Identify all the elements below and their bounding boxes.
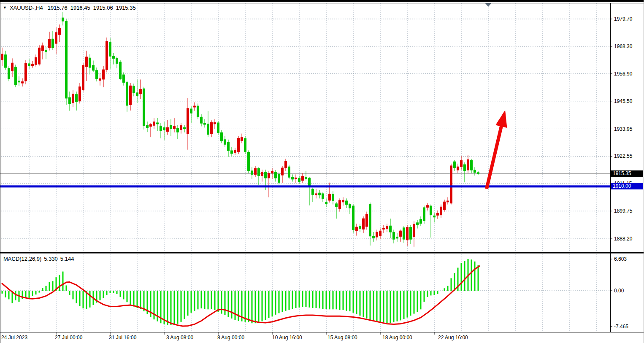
candle-body[interactable] xyxy=(136,93,138,96)
candle-body[interactable] xyxy=(123,75,125,82)
candle-body[interactable] xyxy=(150,124,152,127)
candle-body[interactable] xyxy=(393,232,395,239)
time-axis-label[interactable]: 27 Jul 00:00 xyxy=(55,335,83,340)
candle-body[interactable] xyxy=(170,125,172,129)
candle-body[interactable] xyxy=(373,236,375,238)
time-axis-label[interactable]: 24 Jul 2023 xyxy=(1,335,27,340)
horizontal-line-price-badge[interactable]: 1910.00 xyxy=(611,183,643,189)
candle-body[interactable] xyxy=(62,18,64,21)
candle-body[interactable] xyxy=(224,140,226,144)
macd-axis-label[interactable]: -7.465 xyxy=(614,324,628,329)
time-axis-label[interactable]: 22 Aug 16:00 xyxy=(438,335,468,340)
candle-body[interactable] xyxy=(119,62,122,79)
candle-body[interactable] xyxy=(457,167,459,170)
candle-body[interactable] xyxy=(430,206,432,215)
candle-body[interactable] xyxy=(366,214,368,227)
candle-body[interactable] xyxy=(251,171,253,175)
price-axis-label[interactable]: 1945.50 xyxy=(614,98,633,104)
candle-body[interactable] xyxy=(180,125,182,130)
candle-body[interactable] xyxy=(268,173,270,178)
candle-body[interactable] xyxy=(79,87,81,101)
candle-body[interactable] xyxy=(359,226,361,229)
candle-body[interactable] xyxy=(197,106,199,117)
candle-body[interactable] xyxy=(157,123,159,124)
candle-body[interactable] xyxy=(163,127,165,130)
candle-body[interactable] xyxy=(383,228,385,229)
candle-body[interactable] xyxy=(410,227,412,239)
time-axis-label[interactable]: 3 Aug 08:00 xyxy=(166,335,193,340)
candle-body[interactable] xyxy=(52,39,54,48)
time-axis-label[interactable]: 10 Aug 16:00 xyxy=(272,335,302,340)
candle-body[interactable] xyxy=(254,168,257,174)
candle-body[interactable] xyxy=(42,46,44,51)
candle-body[interactable] xyxy=(396,237,398,238)
candle-body[interactable] xyxy=(471,160,473,170)
candle-body[interactable] xyxy=(339,200,341,209)
candle-body[interactable] xyxy=(322,194,324,199)
candle-body[interactable] xyxy=(38,48,41,64)
candle-body[interactable] xyxy=(146,125,149,128)
candle-body[interactable] xyxy=(244,138,246,152)
candle-body[interactable] xyxy=(261,172,263,176)
candle-body[interactable] xyxy=(275,172,277,178)
price-axis-label[interactable]: 1888.20 xyxy=(614,236,633,242)
candle-body[interactable] xyxy=(69,97,71,103)
candle-body[interactable] xyxy=(447,201,449,202)
macd-axis-label[interactable]: 6.603 xyxy=(614,256,627,262)
candle-body[interactable] xyxy=(325,202,327,204)
candle-body[interactable] xyxy=(403,228,405,239)
candle-body[interactable] xyxy=(22,82,24,83)
candle-body[interactable] xyxy=(15,67,17,85)
candle-body[interactable] xyxy=(420,219,422,224)
candle-body[interactable] xyxy=(285,161,287,168)
candle-body[interactable] xyxy=(278,174,280,183)
candle-body[interactable] xyxy=(11,63,14,71)
support-line-1910[interactable] xyxy=(0,185,610,187)
candle-body[interactable] xyxy=(467,159,469,170)
candle-body[interactable] xyxy=(292,177,294,179)
macd-axis-label[interactable]: 0.00 xyxy=(614,288,624,294)
time-axis-label[interactable]: 15 Aug 08:00 xyxy=(327,335,357,340)
candle-body[interactable] xyxy=(454,162,456,167)
candle-body[interactable] xyxy=(194,106,196,107)
candle-body[interactable] xyxy=(288,167,290,177)
candle-body[interactable] xyxy=(167,127,169,131)
candle-body[interactable] xyxy=(160,126,162,131)
candle-body[interactable] xyxy=(187,108,189,134)
candle-body[interactable] xyxy=(113,56,115,58)
candle-body[interactable] xyxy=(302,176,304,181)
chart-canvas[interactable]: 1979.701968.301956.901945.501933.951922.… xyxy=(0,0,644,343)
price-axis-label[interactable]: 1933.95 xyxy=(614,126,633,132)
candle-body[interactable] xyxy=(369,205,371,236)
price-axis-label[interactable]: 1968.30 xyxy=(614,43,633,49)
candle-body[interactable] xyxy=(173,127,176,129)
candle-body[interactable] xyxy=(55,32,57,43)
candle-body[interactable] xyxy=(315,194,317,195)
candle-body[interactable] xyxy=(49,39,51,48)
candle-body[interactable] xyxy=(444,202,446,210)
candle-body[interactable] xyxy=(450,166,452,203)
candle-body[interactable] xyxy=(109,42,111,56)
candle-body[interactable] xyxy=(319,193,321,195)
candle-body[interactable] xyxy=(265,172,267,178)
candle-body[interactable] xyxy=(379,231,382,235)
candle-body[interactable] xyxy=(474,170,476,173)
time-axis-label[interactable]: 31 Jul 16:00 xyxy=(109,335,137,340)
candle-body[interactable] xyxy=(413,224,415,237)
candle-body[interactable] xyxy=(89,58,91,68)
candle-body[interactable] xyxy=(241,138,243,141)
candle-body[interactable] xyxy=(184,127,186,129)
candle-body[interactable] xyxy=(349,205,351,208)
candle-body[interactable] xyxy=(312,189,314,194)
candle-body[interactable] xyxy=(86,57,88,67)
price-axis-label[interactable]: 1956.90 xyxy=(614,71,633,77)
time-axis-label[interactable]: 8 Aug 00:00 xyxy=(217,335,244,340)
candle-body[interactable] xyxy=(400,231,402,236)
candle-body[interactable] xyxy=(295,178,297,178)
candle-body[interactable] xyxy=(204,123,206,124)
candle-body[interactable] xyxy=(386,226,388,229)
candle-body[interactable] xyxy=(440,207,442,215)
candle-body[interactable] xyxy=(153,122,155,126)
candle-body[interactable] xyxy=(35,57,37,65)
candle-body[interactable] xyxy=(332,194,334,201)
